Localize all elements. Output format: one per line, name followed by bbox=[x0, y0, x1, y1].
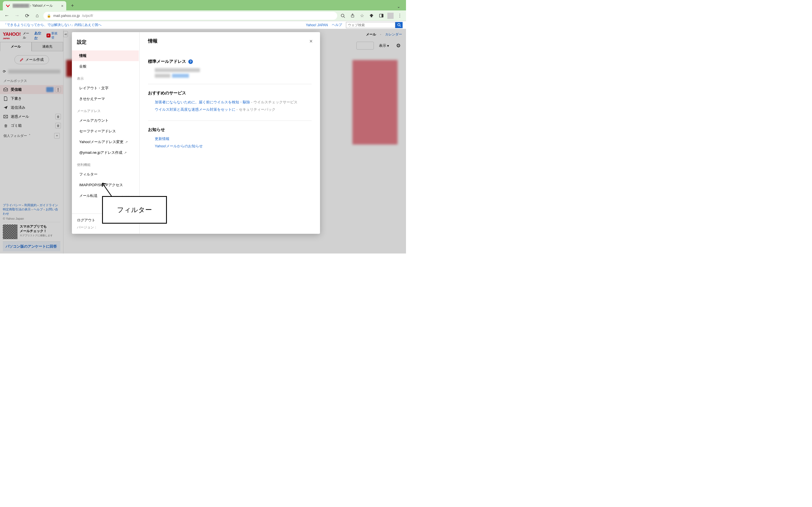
extensions-icon[interactable] bbox=[368, 12, 375, 19]
annotation-callout: フィルター bbox=[102, 196, 167, 224]
browser-tab[interactable]: ███████ - Yahoo!メール × bbox=[3, 1, 66, 10]
yahoo-japan-link[interactable]: Yahoo! JAPAN bbox=[306, 23, 328, 27]
tab-title: ███████ - Yahoo!メール bbox=[12, 3, 59, 8]
url-host: mail.yahoo.co.jp bbox=[53, 13, 80, 18]
panel-title: 情報 bbox=[148, 38, 312, 44]
notice-announcements[interactable]: Yahoo!メールからのお知らせ bbox=[155, 144, 203, 148]
web-search-button[interactable] bbox=[395, 22, 403, 28]
close-icon[interactable]: × bbox=[307, 37, 315, 45]
news-headline-link[interactable]: 「できるようになってから、では解決しない」内戦にあえぐ国へ bbox=[3, 22, 101, 27]
tab-close-icon[interactable]: × bbox=[61, 4, 63, 8]
home-button[interactable]: ⌂ bbox=[33, 12, 41, 20]
service-link-1[interactable]: 加害者にならないために。届く前にウイルスを検知・駆除 bbox=[155, 100, 250, 104]
profile-avatar[interactable] bbox=[388, 13, 394, 19]
nav-imap[interactable]: IMAP/POP/SMTPアクセス bbox=[72, 180, 139, 190]
service-link-2[interactable]: ウイルス対策と高度な迷惑メール対策をセットに bbox=[155, 107, 236, 112]
svg-line-1 bbox=[344, 17, 345, 18]
section-recommended: おすすめのサービス 加害者にならないために。届く前にウイルスを検知・駆除 - ウ… bbox=[148, 84, 312, 121]
web-search bbox=[346, 22, 403, 28]
reload-button[interactable]: ⟳ bbox=[23, 12, 31, 20]
nav-section-features: 便利機能 bbox=[72, 158, 139, 169]
service-security-pack: ウイルス対策と高度な迷惑メール対策をセットに - セキュリティーパック bbox=[155, 107, 312, 112]
nav-info[interactable]: 情報 bbox=[72, 50, 139, 61]
notice-updates[interactable]: 更新情報 bbox=[155, 136, 169, 141]
back-button[interactable]: ← bbox=[3, 12, 11, 20]
secondary-email-redacted bbox=[155, 74, 312, 78]
section-standard-email: 標準メールアドレス ? bbox=[148, 53, 312, 84]
forward-button[interactable]: → bbox=[13, 12, 21, 20]
tabs-overflow-icon[interactable]: ⌄ bbox=[397, 4, 406, 9]
web-search-input[interactable] bbox=[346, 22, 395, 28]
service-virus-check: 加害者にならないために。届く前にウイルスを検知・駆除 - ウイルスチェックサービ… bbox=[155, 100, 312, 105]
share-icon[interactable] bbox=[349, 12, 356, 19]
settings-title: 設定 bbox=[72, 32, 139, 50]
side-panel-icon[interactable] bbox=[378, 12, 385, 19]
help-link[interactable]: ヘルプ bbox=[332, 22, 342, 27]
browser-menu-icon[interactable]: ⋮ bbox=[396, 12, 403, 19]
nav-layout[interactable]: レイアウト・文字 bbox=[72, 83, 139, 94]
search-in-page-icon[interactable] bbox=[340, 12, 346, 19]
version-label: バージョン： bbox=[77, 225, 134, 230]
svg-line-6 bbox=[400, 25, 400, 26]
tab-favicon bbox=[6, 4, 10, 8]
address-bar[interactable]: 🔒 mail.yahoo.co.jp/u/pc/f/ bbox=[43, 12, 337, 20]
svg-point-0 bbox=[341, 14, 344, 17]
nav-theme[interactable]: きせかえテーマ bbox=[72, 94, 139, 104]
nav-accounts[interactable]: メールアカウント bbox=[72, 115, 139, 126]
nav-section-mail-address: メールアドレス bbox=[72, 104, 139, 115]
svg-point-5 bbox=[398, 24, 400, 26]
bookmark-star-icon[interactable]: ☆ bbox=[359, 12, 365, 19]
nav-filter[interactable]: フィルター bbox=[72, 169, 139, 180]
nav-safety-address[interactable]: セーフティーアドレス bbox=[72, 126, 139, 136]
nav-create-ymail[interactable]: @ymail.ne.jpアドレス作成 ↗ bbox=[72, 147, 139, 158]
url-path: /u/pc/f/ bbox=[82, 13, 93, 18]
external-link-icon: ↗ bbox=[125, 140, 128, 144]
svg-rect-4 bbox=[382, 14, 383, 17]
new-tab-button[interactable]: + bbox=[68, 2, 77, 10]
nav-general[interactable]: 全般 bbox=[72, 61, 139, 72]
yahoo-top-bar: 「できるようになってから、では解決しない」内戦にあえぐ国へ Yahoo! JAP… bbox=[0, 21, 406, 29]
lock-icon: 🔒 bbox=[47, 14, 51, 18]
browser-tab-strip: ███████ - Yahoo!メール × + ⌄ bbox=[0, 0, 406, 10]
external-link-icon: ↗ bbox=[124, 151, 126, 155]
primary-email-redacted bbox=[155, 68, 200, 72]
section-notices: お知らせ 更新情報 Yahoo!メールからのお知らせ bbox=[148, 121, 312, 157]
nav-change-address[interactable]: Yahoo!メールアドレス変更 ↗ bbox=[72, 136, 139, 147]
nav-section-display: 表示 bbox=[72, 72, 139, 83]
help-badge-icon[interactable]: ? bbox=[188, 59, 193, 64]
browser-toolbar: ← → ⟳ ⌂ 🔒 mail.yahoo.co.jp/u/pc/f/ ☆ ⋮ bbox=[0, 10, 406, 21]
